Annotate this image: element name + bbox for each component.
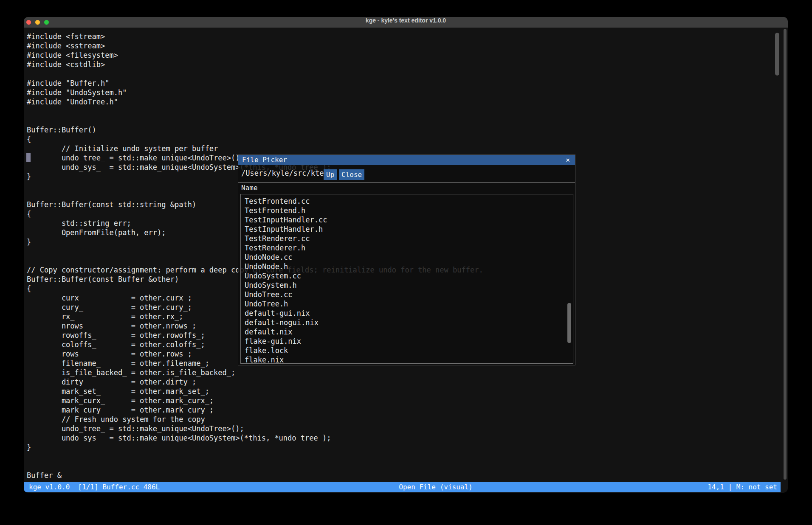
file-item[interactable]: default-gui.nix	[241, 309, 573, 318]
file-item[interactable]: flake.lock	[241, 346, 573, 355]
file-item[interactable]: flake-gui.nix	[241, 337, 573, 346]
file-item[interactable]: default-nogui.nix	[241, 318, 573, 327]
file-item[interactable]: TestRenderer.h	[241, 243, 573, 253]
file-list: TestFrontend.ccTestFrontend.hTestInputHa…	[240, 194, 573, 364]
file-rows: TestFrontend.ccTestFrontend.hTestInputHa…	[241, 197, 573, 365]
file-item[interactable]: UndoTree.h	[241, 299, 573, 309]
file-item[interactable]: TestRenderer.cc	[241, 234, 573, 243]
window-title: kge - kyle's text editor v1.0.0	[24, 17, 788, 28]
status-version-file: kge v1.0.0 [1/1] Buffer.cc 486L	[29, 482, 160, 492]
file-item[interactable]: UndoSystem.cc	[241, 271, 573, 281]
window-scrollbar-track[interactable]	[784, 29, 787, 480]
file-item[interactable]: default.nix	[241, 327, 573, 337]
file-item[interactable]: TestFrontend.h	[241, 206, 573, 215]
file-item[interactable]: TestInputHandler.cc	[241, 215, 573, 225]
file-item[interactable]: UndoNode.cc	[241, 253, 573, 262]
file-item[interactable]: UndoNode.h	[241, 262, 573, 271]
window-titlebar: kge - kyle's text editor v1.0.0	[24, 17, 788, 28]
file-item[interactable]: UndoTree.cc	[241, 290, 573, 299]
file-picker-title: File Picker	[242, 155, 287, 165]
text-cursor	[26, 153, 31, 162]
header-divider	[238, 182, 575, 182]
close-button[interactable]: Close	[339, 169, 364, 180]
file-item[interactable]: flake.nix	[241, 355, 573, 365]
file-picker-titlebar[interactable]: File Picker ✕	[238, 155, 575, 165]
column-divider	[238, 192, 575, 192]
status-bar: kge v1.0.0 [1/1] Buffer.cc 486L Open Fil…	[24, 482, 781, 492]
status-mode: Open File (visual)	[399, 482, 472, 492]
column-header-name: Name	[241, 184, 258, 192]
up-button[interactable]: Up	[324, 169, 337, 180]
editor-scrollbar-thumb[interactable]	[775, 33, 779, 76]
file-picker-dialog: File Picker ✕ /Users/kyle/src/kte Up Clo…	[238, 154, 575, 365]
app-window: #include <fstream> #include <sstream> #i…	[24, 17, 788, 493]
file-item[interactable]: TestInputHandler.h	[241, 225, 573, 234]
file-list-scrollbar-thumb[interactable]	[567, 303, 571, 343]
status-cursor-position: 14,1 | M: not set	[708, 482, 777, 492]
file-item[interactable]: TestFrontend.cc	[241, 197, 573, 206]
dialog-close-icon[interactable]: ✕	[564, 155, 572, 165]
current-path: /Users/kyle/src/kte	[241, 168, 324, 178]
file-item[interactable]: UndoSystem.h	[241, 281, 573, 290]
